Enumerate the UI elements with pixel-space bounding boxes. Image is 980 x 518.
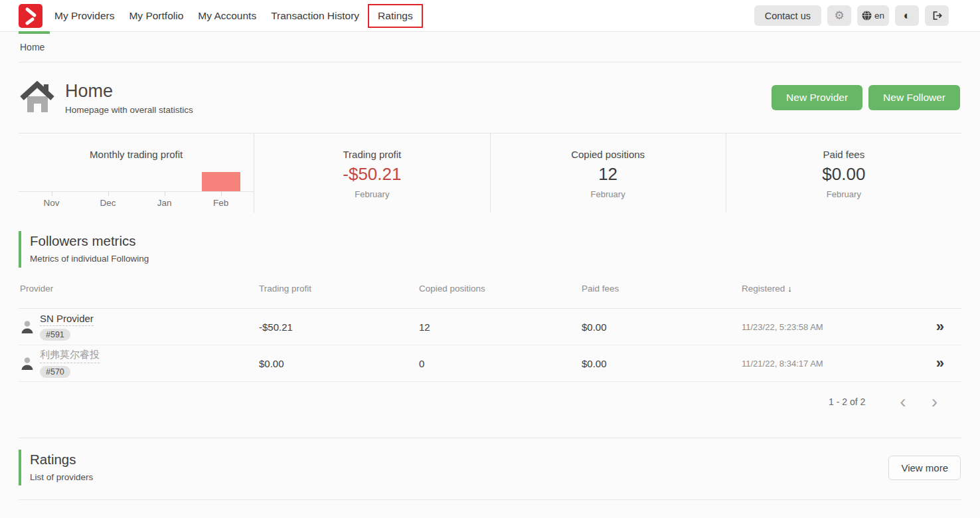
app-logo[interactable]	[19, 4, 42, 28]
column-provider: Provider	[20, 284, 259, 294]
provider-id-badge: #591	[40, 329, 70, 341]
followers-metrics-subtitle: Metrics of individual Following	[30, 254, 961, 264]
contact-us-button[interactable]: Contact us	[754, 5, 821, 26]
chart-tick-mark	[165, 191, 165, 196]
language-button[interactable]: en	[857, 5, 889, 26]
followers-metrics-title: Followers metrics	[30, 233, 961, 249]
provider-identity: 利弗莫尔睿投 #570	[40, 349, 100, 378]
column-trading-profit: Trading profit	[259, 284, 419, 294]
contrast-icon: ◐	[904, 10, 910, 21]
person-icon	[20, 356, 35, 371]
chart-tick-mark	[221, 191, 222, 196]
home-icon	[20, 81, 54, 115]
stat-period: February	[254, 189, 489, 199]
followers-table: Provider Trading profit Copied positions…	[19, 284, 961, 411]
table-row[interactable]: 利弗莫尔睿投 #570 $0.00 0 $0.00 11/21/22, 8:34…	[19, 345, 961, 382]
top-navigation-bar: My Providers My Portfolio My Accounts Tr…	[0, 0, 980, 32]
row-open-double-chevron-icon[interactable]: »	[936, 356, 960, 371]
table-header-row: Provider Trading profit Copied positions…	[19, 284, 961, 309]
provider-id-badge: #570	[40, 366, 70, 378]
stat-value: $0.00	[726, 164, 961, 185]
provider-name-link[interactable]: SN Provider	[40, 313, 94, 326]
copied-positions-card: Copied positions 12 February	[490, 133, 726, 213]
chart-tick-mark	[52, 191, 52, 196]
main-nav: My Providers My Portfolio My Accounts Tr…	[54, 4, 423, 28]
mini-chart-title: Monthly trading profit	[19, 149, 254, 160]
stat-value: 12	[491, 164, 726, 185]
gear-icon: ⚙	[834, 10, 844, 21]
page-subtitle: Homepage with overall statistics	[65, 105, 193, 115]
ratings-subtitle: List of providers	[30, 472, 93, 482]
column-copied-positions: Copied positions	[419, 284, 582, 294]
column-paid-fees: Paid fees	[582, 284, 742, 294]
overall-stats-row: Monthly trading profit NovDecJanFeb Trad…	[19, 133, 961, 213]
provider-name-link[interactable]: 利弗莫尔睿投	[40, 349, 100, 363]
cell-trading-profit: -$50.21	[259, 321, 419, 333]
followers-metrics-header: Followers metrics Metrics of individual …	[19, 231, 961, 268]
cell-trading-profit: $0.00	[259, 358, 419, 369]
cell-paid-fees: $0.00	[582, 358, 742, 369]
stat-period: February	[491, 189, 726, 199]
nav-my-portfolio[interactable]: My Portfolio	[129, 10, 183, 22]
column-registered-label: Registered	[742, 284, 785, 294]
logout-icon	[932, 11, 943, 21]
chart-x-tick-label: Dec	[100, 198, 116, 208]
stat-title: Copied positions	[491, 149, 726, 160]
provider-cell: SN Provider #591	[20, 313, 259, 341]
stat-title: Paid fees	[726, 149, 961, 160]
settings-button[interactable]: ⚙	[827, 5, 851, 26]
table-row[interactable]: SN Provider #591 -$50.21 12 $0.00 11/23/…	[19, 309, 961, 345]
breadcrumb-home-link[interactable]: Home	[20, 42, 44, 52]
mini-bar-chart: NovDecJanFeb	[19, 161, 254, 208]
cell-paid-fees: $0.00	[582, 321, 742, 333]
logo-icon	[19, 4, 42, 28]
chart-bar	[202, 172, 240, 191]
logout-button[interactable]	[925, 5, 949, 26]
nav-ratings-annotation-box: Ratings	[368, 4, 423, 28]
globe-icon	[862, 11, 872, 21]
chart-x-axis	[19, 191, 254, 192]
stat-title: Trading profit	[254, 149, 489, 160]
chart-tick-mark	[108, 191, 109, 196]
page-header: Home Homepage with overall statistics Ne…	[19, 62, 961, 133]
chart-x-tick-label: Jan	[157, 198, 172, 208]
row-open-double-chevron-icon[interactable]: »	[936, 319, 960, 334]
paid-fees-card: Paid fees $0.00 February	[726, 133, 961, 213]
pagination-next-button[interactable]: ›	[928, 392, 941, 411]
provider-identity: SN Provider #591	[40, 313, 94, 341]
nav-transaction-history[interactable]: Transaction History	[271, 10, 359, 22]
new-provider-button[interactable]: New Provider	[772, 85, 862, 110]
chart-x-tick-label: Feb	[213, 198, 228, 208]
header-action-buttons: New Provider New Follower	[772, 85, 960, 110]
ratings-title: Ratings	[30, 452, 93, 468]
language-label: en	[874, 11, 884, 21]
active-nav-indicator	[19, 31, 50, 34]
cell-copied-positions: 0	[419, 358, 582, 369]
column-registered-sort[interactable]: Registered↓	[742, 284, 910, 294]
pagination-prev-button[interactable]: ‹	[896, 392, 910, 411]
sort-desc-icon: ↓	[787, 284, 792, 294]
monthly-trading-profit-card: Monthly trading profit NovDecJanFeb	[19, 133, 254, 213]
person-icon	[20, 319, 35, 334]
new-follower-button[interactable]: New Follower	[868, 85, 960, 110]
breadcrumb: Home	[19, 32, 961, 62]
ratings-header: Ratings List of providers	[19, 450, 93, 485]
page-title-block: Home Homepage with overall statistics	[65, 81, 193, 115]
stat-period: February	[726, 189, 961, 199]
cell-registered: 11/21/22, 8:34:17 AM	[742, 359, 910, 369]
theme-toggle-button[interactable]: ◐	[895, 5, 919, 26]
nav-ratings[interactable]: Ratings	[378, 10, 413, 21]
view-more-button[interactable]: View more	[888, 456, 961, 480]
cell-copied-positions: 12	[419, 321, 582, 333]
page-title: Home	[65, 81, 193, 102]
nav-my-accounts[interactable]: My Accounts	[198, 10, 256, 22]
stat-value: -$50.21	[254, 164, 489, 185]
table-pagination: 1 - 2 of 2 ‹ ›	[19, 382, 961, 411]
nav-my-providers[interactable]: My Providers	[54, 10, 114, 22]
cell-registered: 11/23/22, 5:23:58 AM	[742, 322, 910, 332]
ratings-section: Ratings List of providers View more	[19, 438, 961, 500]
trading-profit-card: Trading profit -$50.21 February	[254, 133, 489, 213]
pagination-range-label: 1 - 2 of 2	[829, 396, 865, 407]
provider-cell: 利弗莫尔睿投 #570	[20, 349, 259, 378]
topnav-actions: Contact us ⚙ en ◐	[754, 5, 949, 26]
